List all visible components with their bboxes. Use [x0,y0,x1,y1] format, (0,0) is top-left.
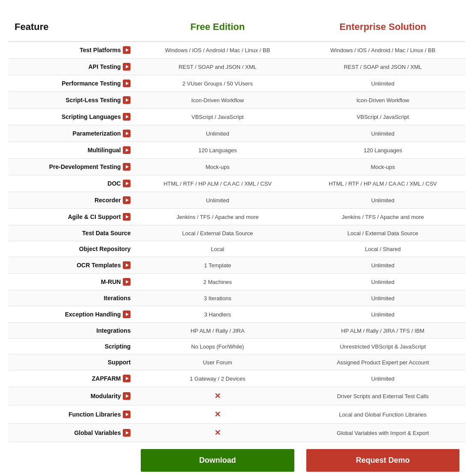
table-row: Modularity✕Driver Scripts and External T… [9,387,465,405]
table-row: Agile & CI SupportJenkins / TFS / Apache… [9,209,465,225]
feature-cell: Scripting Languages [9,109,135,125]
table-row: OCR Templates1 TemplateUnlimited [9,257,465,274]
table-row: Performance Testing2 VUser Groups / 50 V… [9,75,465,92]
enterprise-cell: Global Variables with Import & Export [300,424,465,442]
play-icon[interactable] [123,392,130,400]
table-row: Test Data SourceLocal / External Data So… [9,225,465,241]
free-cell: 1 Template [135,257,300,274]
enterprise-cell: Unlimited [300,192,465,209]
enterprise-cell: Windows / iOS / Android / Mac / Linux / … [300,41,465,59]
play-icon[interactable] [123,375,130,382]
free-cell: Windows / iOS / Android / Mac / Linux / … [135,41,300,59]
play-icon[interactable] [123,278,130,286]
feature-label: Support [108,359,131,366]
feature-cell: OCR Templates [9,257,135,274]
free-cell: REST / SOAP and JSON / XML [135,59,300,75]
enterprise-cell: Mock-ups [300,159,465,175]
play-icon[interactable] [123,113,130,121]
request-demo-button[interactable]: Request Demo [306,449,459,472]
play-icon[interactable] [123,411,130,418]
enterprise-cell: Unlimited [300,274,465,290]
play-icon[interactable] [123,146,130,154]
download-button[interactable]: Download [141,449,294,472]
feature-cell: Agile & CI Support [9,209,135,225]
download-cell: Download [135,442,300,476]
play-icon[interactable] [123,180,130,187]
feature-label-wrapper: Performance Testing [62,80,130,87]
feature-label: Parameterization [73,130,121,137]
enterprise-cell: Unlimited [300,257,465,274]
play-icon[interactable] [123,63,130,71]
free-cell: Jenkins / TFS / Apache and more [135,209,300,225]
free-cell: Local [135,241,300,257]
play-icon[interactable] [123,213,130,221]
feature-label-wrapper: Support [108,359,131,366]
play-icon[interactable] [123,96,130,104]
comparison-table: Feature Free Edition Enterprise Solution… [9,13,465,476]
feature-label-wrapper: ZAPFARM [92,375,131,382]
feature-cell: Test Data Source [9,225,135,241]
feature-label: Exception Handling [65,311,121,318]
feature-cell: Global Variables [9,424,135,442]
enterprise-cell: 120 Languages [300,142,465,159]
feature-label: Multilingual [88,147,121,154]
feature-label: Modularity [91,393,121,399]
table-row: Iterations3 IterationsUnlimited [9,290,465,306]
feature-cell: Support [9,355,135,370]
play-icon[interactable] [123,429,130,437]
feature-label-wrapper: Scripting Languages [62,113,130,121]
free-cell: HTML / RTF / HP ALM / CA AC / XML / CSV [135,175,300,192]
play-icon[interactable] [123,261,130,269]
table-row: Exception Handling3 HandlersUnlimited [9,306,465,323]
feature-label-wrapper: Modularity [91,392,131,400]
feature-label: Object Repository [79,245,131,252]
play-icon[interactable] [123,80,130,87]
play-icon[interactable] [123,196,130,204]
table-row: DOCHTML / RTF / HP ALM / CA AC / XML / C… [9,175,465,192]
free-cell: Icon-Driven Workflow [135,92,300,109]
free-cell: 2 VUser Groups / 50 VUsers [135,75,300,92]
table-row: Test PlatformsWindows / iOS / Android / … [9,41,465,59]
free-edition-header: Free Edition [135,13,300,41]
table-row: ZAPFARM1 Gateway / 2 DevicesUnlimited [9,370,465,387]
enterprise-cell: Local / Shared [300,241,465,257]
feature-label-wrapper: API Testing [88,63,130,71]
play-icon[interactable] [123,310,130,318]
play-icon[interactable] [123,46,130,54]
enterprise-cell: Local and Global Function Libraries [300,405,465,424]
play-icon[interactable] [123,163,130,171]
feature-label: Iterations [104,295,130,302]
feature-header: Feature [9,13,135,41]
feature-label: M-RUN [101,278,121,285]
feature-cell: Scripting [9,339,135,355]
feature-label-wrapper: Test Data Source [82,230,130,237]
feature-label-wrapper: M-RUN [101,278,131,286]
feature-label-wrapper: Scripting [105,343,131,350]
enterprise-cell: Unrestricted VBScript & JavaScript [300,339,465,355]
free-cell: 3 Iterations [135,290,300,306]
feature-label: ZAPFARM [92,375,121,382]
enterprise-cell: Icon-Driven Workflow [300,92,465,109]
feature-label: OCR Templates [77,262,121,269]
free-cell: ✕ [135,405,300,424]
feature-cell: Integrations [9,323,135,339]
feature-label: Pre-Development Testing [49,163,121,170]
feature-cell: Multilingual [9,142,135,159]
demo-cell: Request Demo [300,442,465,476]
feature-cell: Function Libraries [9,405,135,424]
button-row-feature-spacer [9,442,135,476]
not-available-mark: ✕ [214,392,221,400]
free-cell: 1 Gateway / 2 Devices [135,370,300,387]
feature-label: API Testing [88,63,121,70]
feature-label-wrapper: OCR Templates [77,261,130,269]
free-cell: Mock-ups [135,159,300,175]
feature-label: DOC [107,180,121,187]
feature-label-wrapper: Iterations [104,295,130,302]
feature-cell: Object Repository [9,241,135,257]
feature-label-wrapper: Exception Handling [65,310,131,318]
enterprise-cell: Unlimited [300,306,465,323]
play-icon[interactable] [123,130,130,137]
feature-cell: ZAPFARM [9,370,135,387]
feature-label-wrapper: Function Libraries [68,411,130,418]
feature-cell: Performance Testing [9,75,135,92]
